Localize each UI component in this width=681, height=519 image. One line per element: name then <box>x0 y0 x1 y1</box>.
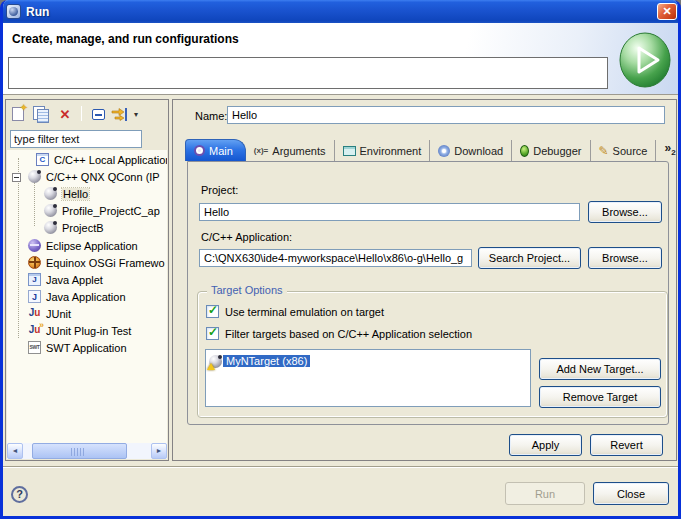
tree-item-profile-projectc[interactable]: Profile_ProjectC_ap <box>7 203 167 220</box>
duplicate-config-button[interactable] <box>32 105 50 123</box>
tree-item-hello[interactable]: Hello <box>7 186 167 203</box>
tree-item-java-application[interactable]: J Java Application <box>7 289 167 306</box>
tree-item-java-applet[interactable]: J Java Applet <box>7 272 167 289</box>
target-list[interactable]: MyNTarget (x86) <box>205 349 531 407</box>
close-icon: ✕ <box>662 5 671 17</box>
close-window-button[interactable]: ✕ <box>657 3 677 20</box>
window-icon <box>6 4 21 19</box>
java-application-icon: J <box>28 290 41 303</box>
config-editor-panel: Name: Main (x)= Arguments Environment Do… <box>172 99 677 461</box>
filter-menu-caret[interactable]: ▾ <box>134 110 138 119</box>
download-tab-icon <box>438 145 450 157</box>
checkmark-icon: ✓ <box>208 325 218 339</box>
tab-download[interactable]: Download <box>430 140 512 161</box>
dialog-heading: Create, manage, and run configurations <box>12 32 239 46</box>
button-bar-separator <box>3 466 678 468</box>
junit-plugin-icon: Ju» <box>28 324 41 337</box>
window-title: Run <box>26 5 49 19</box>
tab-arguments[interactable]: (x)= Arguments <box>246 140 335 161</box>
java-applet-icon: J <box>28 273 41 286</box>
new-config-icon: ✦ <box>12 107 24 121</box>
qnx-qconn-icon <box>44 187 57 200</box>
filter-icon <box>111 107 129 122</box>
scroll-right-button[interactable]: ► <box>151 443 167 459</box>
tree-item-swt-application[interactable]: SWT SWT Application <box>7 340 167 357</box>
environment-tab-icon <box>343 146 356 156</box>
search-project-button[interactable]: Search Project... <box>478 247 581 269</box>
chevron-icon: »2 <box>664 143 675 158</box>
terminal-emulation-row: ✓ Use terminal emulation on target <box>206 305 384 318</box>
debugger-tab-icon <box>520 145 529 157</box>
warning-overlay-icon <box>207 363 215 370</box>
filter-targets-checkbox[interactable]: ✓ <box>206 327 219 340</box>
filter-targets-row: ✓ Filter targets based on C/C++ Applicat… <box>206 327 472 340</box>
close-button[interactable]: Close <box>593 482 669 505</box>
target-options-group: Target Options ✓ Use terminal emulation … <box>197 291 668 418</box>
new-config-button[interactable]: ✦ <box>9 105 27 123</box>
duplicate-icon <box>33 106 49 122</box>
tree-item-qnx-qconn[interactable]: C/C++ QNX QConn (IP <box>7 169 167 186</box>
help-icon: ? <box>16 488 23 500</box>
source-tab-icon: ✎ <box>599 146 609 156</box>
config-toolbar: ✦ ✕ ▾ <box>6 100 168 127</box>
swt-icon: SWT <box>28 341 41 354</box>
tree-item-junit-plugin[interactable]: Ju» JUnit Plug-in Test <box>7 323 167 340</box>
collapse-all-button[interactable] <box>89 105 107 123</box>
qnx-qconn-icon <box>44 221 57 234</box>
tree-item-projectb[interactable]: ProjectB <box>7 220 167 237</box>
tree-horizontal-scrollbar[interactable]: ◄ ► <box>7 443 167 459</box>
application-label: C/C++ Application: <box>201 231 292 243</box>
revert-button[interactable]: Revert <box>590 434 663 456</box>
scrollbar-thumb[interactable] <box>32 443 127 459</box>
tab-overflow-chevron[interactable]: »2 <box>656 140 681 161</box>
run-sphere-icon <box>618 31 672 91</box>
target-list-item[interactable]: MyNTarget (x86) <box>209 353 310 369</box>
eclipse-icon <box>28 239 41 252</box>
tab-environment[interactable]: Environment <box>335 140 431 161</box>
name-input[interactable] <box>227 106 665 124</box>
add-new-target-button[interactable]: Add New Target... <box>539 358 661 380</box>
checkmark-icon: ✓ <box>208 303 218 317</box>
name-label: Name: <box>195 110 227 122</box>
run-button[interactable]: Run <box>505 482 585 505</box>
scroll-left-icon: ◄ <box>12 447 19 454</box>
filter-launch-button[interactable] <box>111 105 129 123</box>
tab-source[interactable]: ✎ Source <box>591 140 657 161</box>
application-browse-button[interactable]: Browse... <box>588 247 662 269</box>
config-tree: C C/C++ Local Application C/C++ QNX QCon… <box>7 150 167 444</box>
application-input[interactable] <box>199 249 472 267</box>
help-button[interactable]: ? <box>11 486 28 503</box>
qnx-qconn-icon <box>28 170 41 183</box>
toolbar-separator <box>81 106 82 121</box>
tree-item-eclipse-application[interactable]: Eclipse Application <box>7 238 167 255</box>
message-area <box>8 57 608 89</box>
equinox-icon <box>28 256 41 269</box>
configurations-panel: ✦ ✕ ▾ <box>5 99 169 461</box>
target-options-title: Target Options <box>207 284 287 296</box>
collapse-expander[interactable] <box>12 173 21 182</box>
filter-targets-label: Filter targets based on C/C++ Applicatio… <box>225 328 472 340</box>
tree-item-equinox-osgi[interactable]: Equinox OSGi Framewo <box>7 255 167 272</box>
tree-item-junit[interactable]: Ju JUnit <box>7 306 167 323</box>
remove-target-button[interactable]: Remove Target <box>539 386 661 408</box>
delete-config-button[interactable]: ✕ <box>56 105 74 123</box>
project-input[interactable] <box>199 203 580 221</box>
qnx-qconn-icon <box>44 204 57 217</box>
terminal-emulation-checkbox[interactable]: ✓ <box>206 305 219 318</box>
title-bar[interactable]: Run ✕ <box>0 0 681 23</box>
tab-main[interactable]: Main <box>185 139 246 161</box>
scroll-right-icon: ► <box>156 447 163 454</box>
arguments-tab-icon: (x)= <box>254 146 268 155</box>
delete-icon: ✕ <box>60 108 71 121</box>
tree-item-local-application[interactable]: C C/C++ Local Application <box>7 152 167 169</box>
filter-input[interactable] <box>10 130 142 148</box>
project-label: Project: <box>201 184 238 196</box>
scroll-left-button[interactable]: ◄ <box>7 443 23 459</box>
apply-button[interactable]: Apply <box>509 434 582 456</box>
project-browse-button[interactable]: Browse... <box>588 201 662 223</box>
target-item-label: MyNTarget (x86) <box>223 355 310 367</box>
tab-debugger[interactable]: Debugger <box>512 140 590 161</box>
terminal-emulation-label: Use terminal emulation on target <box>225 306 384 318</box>
main-tab-icon <box>194 145 205 156</box>
tab-bar: Main (x)= Arguments Environment Download… <box>185 139 681 161</box>
